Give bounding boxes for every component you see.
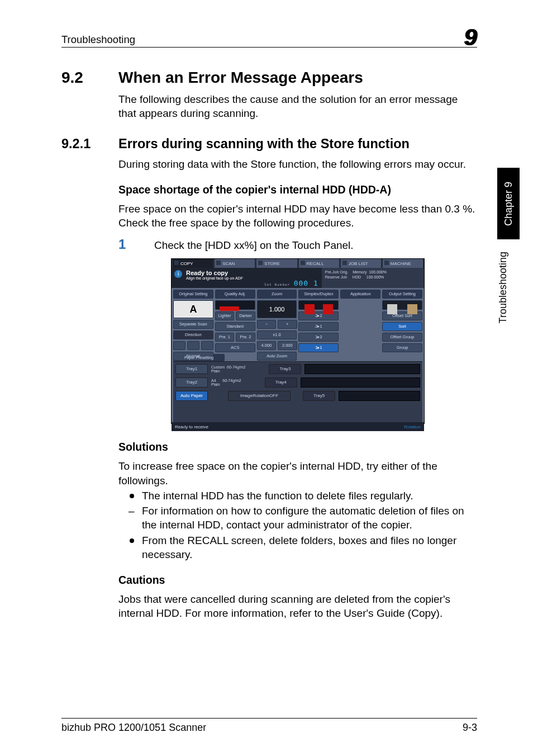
list-item: From the RECALL screen, delete folders, … <box>129 533 477 562</box>
ss-1-2[interactable]: 1▸2 <box>298 333 339 342</box>
ss-status-right: Pre-Job Orig. Memory 100.000% Reserve Jo… <box>322 268 424 288</box>
heading-title: When an Error Message Appears <box>118 69 363 87</box>
ss-tab-joblist[interactable]: JOB LIST <box>341 259 381 268</box>
heading-number: 9.2 <box>61 69 118 87</box>
paragraph-cautions: Jobs that were cancelled during scanning… <box>118 592 477 621</box>
ss-memory-label: Memory <box>353 270 367 274</box>
ss-prejob: Pre-Job Orig. <box>325 270 349 274</box>
ss-acs[interactable]: ACS <box>215 343 255 352</box>
ss-head-application[interactable]: Application <box>340 290 380 299</box>
ss-pre1[interactable]: Pre. 1 <box>215 333 234 342</box>
paragraph-space-shortage: Free space on the copier's internal HDD … <box>118 202 477 230</box>
ss-tray5-slot[interactable]: Tray5 <box>303 391 335 401</box>
ss-tray4-slot[interactable]: Tray4 <box>265 377 297 388</box>
step-number: 1 <box>118 238 154 252</box>
ss-head-zoom[interactable]: Zoom <box>257 290 297 299</box>
ss-col-application: Application <box>340 290 380 352</box>
paragraph-921: During storing data with the Store funct… <box>118 157 477 171</box>
ss-group[interactable]: Group <box>382 343 422 352</box>
ss-col-output: Output Setting Offset Sort Sort Offset G… <box>382 290 422 352</box>
ss-tray1-button[interactable]: Tray1 <box>175 364 208 374</box>
page-header: Troubleshooting 9 <box>61 22 477 48</box>
running-head-left: Troubleshooting <box>61 34 135 46</box>
ss-tray2-gsm: 60-74g/m2 <box>222 379 241 382</box>
ss-image-rotation-off[interactable]: ImageRotationOFF <box>228 391 291 401</box>
ss-head-original[interactable]: Original Setting <box>173 290 213 299</box>
side-tab: Chapter 9 Troubleshooting <box>497 168 520 470</box>
ss-simplex-indicator <box>298 300 339 310</box>
ss-head-quality[interactable]: Quality Adj. <box>215 290 255 299</box>
step-1: 1 Check the [HDD xx%] on the Touch Panel… <box>118 238 477 252</box>
heading-number: 9.2.1 <box>61 136 118 152</box>
ss-tab-copy[interactable]: COPY <box>173 259 213 268</box>
heading-cautions: Cautions <box>118 574 477 587</box>
intro-paragraph: The following describes the cause and th… <box>118 92 477 121</box>
ss-status-left: i Ready to copy Align the original face … <box>172 268 322 288</box>
ss-original-A: A <box>173 300 213 318</box>
ss-zoom-2000[interactable]: 2.000 <box>278 341 297 350</box>
ss-sort[interactable]: Sort <box>382 322 422 331</box>
direction-1-icon[interactable] <box>173 341 185 350</box>
ss-hdd-pct: 100.000% <box>367 275 384 279</box>
heading-space-shortage: Space shortage of the copier's internal … <box>118 183 477 196</box>
ss-quality-meter <box>215 300 255 310</box>
ss-darker[interactable]: Darker <box>236 311 255 320</box>
ss-tray2-plain: Plain <box>211 382 220 386</box>
ss-lighter[interactable]: Lighter <box>215 311 234 320</box>
ss-col-quality: Quality Adj. Lighter Darker Standard Pre… <box>215 290 255 352</box>
ss-tray1-plain: Plain <box>211 369 220 373</box>
ss-tab-scan[interactable]: SCAN <box>215 259 255 268</box>
ss-tray2-button[interactable]: Tray2 <box>175 377 208 388</box>
touch-panel-screenshot: COPY SCAN STORE RECALL JOB LIST MACHINE … <box>171 258 425 424</box>
ss-zoom-value: 1.000 <box>257 300 297 318</box>
heading-solutions: Solutions <box>118 441 477 453</box>
footer-model: bizhub PRO 1200/1051 Scanner <box>61 722 206 734</box>
ss-zoom-x10[interactable]: x1.0 <box>257 330 297 339</box>
heading-title: Errors during scanning with the Store fu… <box>118 136 410 152</box>
ss-tray1-custom: Custom <box>211 365 225 369</box>
ss-offset-group[interactable]: Offset Group <box>382 333 422 342</box>
ss-zoom-minus[interactable]: − <box>257 320 276 329</box>
ss-auto-paper-button[interactable]: Auto Paper <box>175 391 208 401</box>
ss-tab-recall[interactable]: RECALL <box>299 259 339 268</box>
ss-standard[interactable]: Standard <box>215 322 255 331</box>
ss-2-1[interactable]: 2▸1 <box>298 322 339 331</box>
list-item: The internal HDD has the function to del… <box>129 489 477 503</box>
ss-zoom-4000[interactable]: 4.000 <box>257 341 276 350</box>
solutions-list: The internal HDD has the function to del… <box>129 489 477 561</box>
heading-9-2-1: 9.2.1 Errors during scanning with the St… <box>61 136 477 152</box>
ss-footer-rotation: Rotation <box>404 424 421 429</box>
ss-tab-machine[interactable]: MACHINE <box>383 259 423 268</box>
ss-tray2-a4: A4 <box>211 379 216 382</box>
ss-settings-grid: Original Setting A Separate Scan Directi… <box>172 288 424 354</box>
ss-tray5-indicator <box>339 391 420 401</box>
info-icon: i <box>174 270 182 278</box>
ss-tray3-slot[interactable]: Tray3 <box>269 364 301 374</box>
bullet-1: The internal HDD has the function to del… <box>142 490 413 502</box>
ss-set-value: 000 1 <box>294 279 318 287</box>
ss-tab-store[interactable]: STORE <box>256 259 297 268</box>
ss-zoom-plus[interactable]: + <box>278 320 297 329</box>
ss-head-output[interactable]: Output Setting <box>382 290 422 299</box>
ss-tray1-gsm: 60-74g/m2 <box>227 365 245 369</box>
ss-col-original: Original Setting A Separate Scan Directi… <box>173 290 213 352</box>
ss-auto-zoom[interactable]: Auto Zoom <box>257 352 297 361</box>
ss-reserve: Reserve Job <box>325 275 347 279</box>
paragraph-solutions: To increase free space on the copier's i… <box>118 459 477 488</box>
ss-head-simplex[interactable]: Simplex/Duplex <box>298 290 339 299</box>
ss-col-simplex: Simplex/Duplex 2▸2 2▸1 1▸2 1▸1 <box>298 290 339 352</box>
ss-tab-bar: COPY SCAN STORE RECALL JOB LIST MACHINE <box>172 259 424 268</box>
ss-1-1[interactable]: 1▸1 <box>298 343 339 352</box>
bullet-3: From the RECALL screen, delete folders, … <box>142 535 456 560</box>
ss-pre2[interactable]: Pre. 2 <box>236 333 255 342</box>
ss-col-zoom: Zoom 1.000 − + x1.0 4.000 2.000 Auto Zoo… <box>257 290 297 352</box>
ss-status-bar: i Ready to copy Align the original face … <box>172 268 424 288</box>
bullet-2: For information on how to configure the … <box>142 505 464 531</box>
ss-separate-scan[interactable]: Separate Scan <box>173 320 213 329</box>
direction-3-icon[interactable] <box>201 341 213 350</box>
ss-memory-pct: 100.000% <box>369 270 387 274</box>
ss-footer: Ready to receive Rotation <box>172 422 424 431</box>
direction-2-icon[interactable] <box>187 341 199 350</box>
list-item: For information on how to configure the … <box>129 504 477 532</box>
chapter-number-top: 9 <box>464 26 477 49</box>
